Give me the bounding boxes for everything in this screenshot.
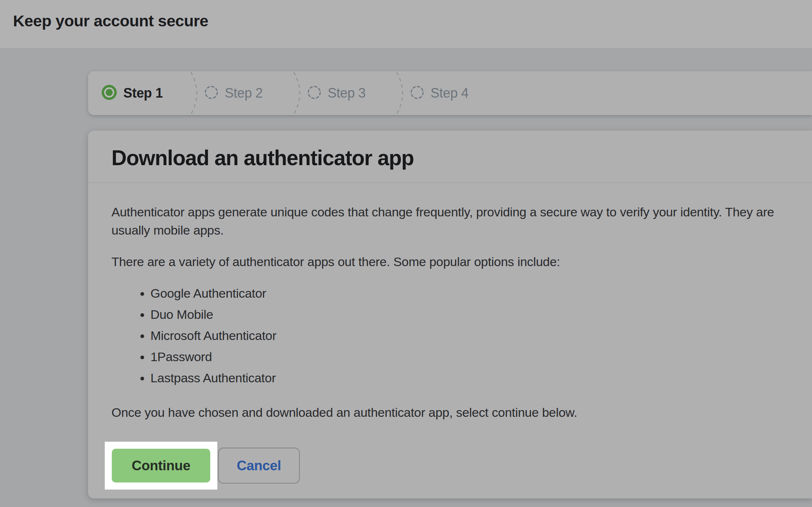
outro-paragraph: Once you have chosen and downloaded an a…: [111, 403, 812, 422]
step-1-label: Step 1: [123, 85, 163, 101]
dashed-chevron-divider: [183, 71, 204, 115]
cancel-button[interactable]: Cancel: [218, 448, 300, 484]
list-item: Google Authenticator: [150, 284, 812, 302]
card-footer: Continue Cancel: [105, 442, 812, 490]
list-item: Lastpass Authenticator: [150, 369, 812, 387]
authenticator-app-list: Google Authenticator Duo Mobile Microsof…: [111, 284, 812, 387]
step-2-label: Step 2: [225, 85, 263, 101]
wizard-card: Download an authenticator app Authentica…: [88, 131, 812, 498]
card-header: Download an authenticator app: [88, 131, 812, 183]
card-body: Authenticator apps generate unique codes…: [88, 183, 812, 490]
dashed-circle-icon: [307, 85, 321, 101]
list-item: Microsoft Authenticator: [150, 327, 812, 345]
page: Keep your account secure Step 1: [0, 0, 812, 507]
step-1-indicator: Step 1: [101, 85, 183, 102]
dashed-circle-icon: [410, 85, 424, 101]
step-4-label: Step 4: [431, 85, 468, 101]
step-3-label: Step 3: [328, 85, 366, 101]
page-title: Keep your account secure: [13, 12, 208, 30]
step-4-indicator: Step 4: [410, 85, 468, 101]
options-lead-paragraph: There are a variety of authenticator app…: [111, 253, 812, 271]
dashed-circle-icon: [204, 85, 218, 101]
step-3-indicator: Step 3: [307, 85, 389, 101]
list-item: Duo Mobile: [150, 305, 812, 324]
annotation-highlight: Continue: [105, 442, 217, 490]
intro-paragraph: Authenticator apps generate unique codes…: [111, 203, 812, 239]
radio-selected-icon: [101, 85, 117, 102]
list-item: 1Password: [150, 348, 812, 366]
dashed-chevron-divider: [389, 71, 410, 115]
step-progress-bar: Step 1 Step 2: [88, 71, 812, 115]
dashed-chevron-divider: [286, 71, 307, 115]
continue-button[interactable]: Continue: [112, 449, 210, 483]
step-2-indicator: Step 2: [204, 85, 286, 101]
card-title: Download an authenticator app: [111, 145, 797, 170]
page-header: Keep your account secure: [0, 0, 812, 49]
